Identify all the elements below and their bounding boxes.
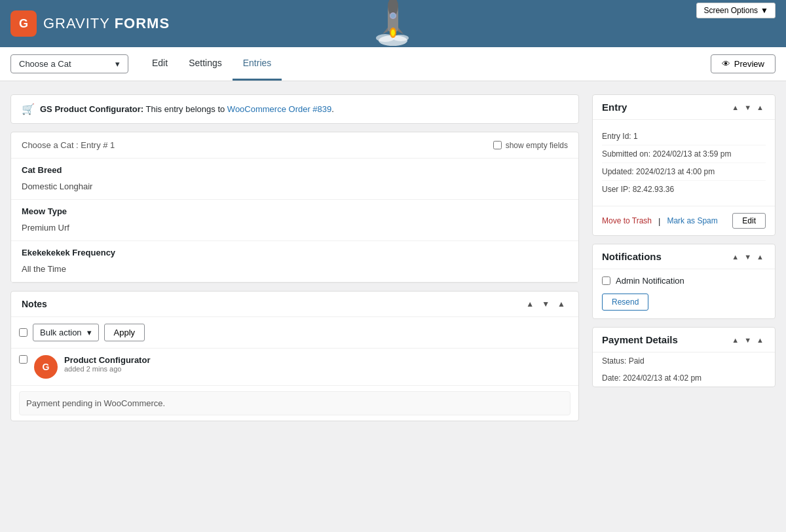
note-text: Payment pending in WooCommerce. xyxy=(19,391,571,415)
admin-notification-checkbox[interactable] xyxy=(602,276,610,285)
show-empty-fields-label[interactable]: show empty fields xyxy=(493,141,568,150)
mark-as-spam-link[interactable]: Mark as Spam xyxy=(667,216,717,225)
payment-sidebar-header: Payment Details ▲ ▼ ▲ xyxy=(593,328,775,352)
notes-toggle-button[interactable]: ▲ xyxy=(555,298,568,310)
notif-collapse-down-button[interactable]: ▼ xyxy=(742,252,753,262)
entry-sidebar-header: Entry ▲ ▼ ▲ xyxy=(593,95,775,120)
entry-updated-row: Updated: 2024/02/13 at 4:00 pm xyxy=(602,163,766,181)
note-author: Product Configurator xyxy=(64,355,150,365)
entry-ip-row: User IP: 82.42.93.36 xyxy=(602,181,766,198)
nav-link-edit[interactable]: Edit xyxy=(141,47,178,81)
note-checkbox[interactable] xyxy=(19,355,28,364)
entry-collapse-up-button[interactable]: ▲ xyxy=(730,102,741,113)
payment-collapse-up-button[interactable]: ▲ xyxy=(730,335,741,345)
show-empty-fields-checkbox[interactable] xyxy=(493,141,502,149)
move-to-trash-link[interactable]: Move to Trash xyxy=(602,216,652,225)
entry-actions: Move to Trash | Mark as Spam Edit xyxy=(593,206,775,235)
field-label-meow-type: Meow Type xyxy=(11,200,578,220)
gravity-forms-logo-icon: G xyxy=(10,10,37,37)
payment-sidebar-card: Payment Details ▲ ▼ ▲ Status: Paid Date:… xyxy=(592,327,776,387)
notif-toggle-button[interactable]: ▲ xyxy=(755,252,766,262)
preview-button[interactable]: 👁 Preview xyxy=(711,54,776,73)
resend-button[interactable]: Resend xyxy=(602,294,648,311)
entry-collapse-down-button[interactable]: ▼ xyxy=(742,102,753,113)
notes-header-controls: ▲ ▼ ▲ xyxy=(523,298,568,310)
screen-options-button[interactable]: Screen Options ▼ xyxy=(696,3,776,18)
logo-area: G GRAVITY FORMS xyxy=(10,10,170,37)
field-label-cat-breed: Cat Breed xyxy=(11,159,578,179)
entry-submitted-row: Submitted on: 2024/02/13 at 3:59 pm xyxy=(602,145,766,163)
notes-collapse-down-button[interactable]: ▼ xyxy=(539,298,552,310)
payment-date-row: Date: 2024/02/13 at 4:02 pm xyxy=(593,370,775,387)
choose-cat-select[interactable]: Choose a Cat ▾ xyxy=(10,54,128,73)
svg-marker-6 xyxy=(398,28,403,34)
entry-sidebar-body: Entry Id: 1 Submitted on: 2024/02/13 at … xyxy=(593,120,775,206)
field-value-freq: All the Time xyxy=(11,261,578,282)
entry-detail-title: Choose a Cat : Entry # 1 xyxy=(22,140,115,150)
entry-edit-button[interactable]: Edit xyxy=(732,213,766,229)
nav-links: Edit Settings Entries xyxy=(141,47,282,81)
top-bar: G GRAVITY FORMS Screen Option xyxy=(0,0,786,47)
payment-toggle-button[interactable]: ▲ xyxy=(755,335,766,345)
nav-link-entries[interactable]: Entries xyxy=(233,47,282,81)
notifications-sidebar-card: Notifications ▲ ▼ ▲ Admin Notification R… xyxy=(592,244,776,319)
payment-collapse-down-button[interactable]: ▼ xyxy=(742,335,753,345)
payment-status-row: Status: Paid xyxy=(593,352,775,370)
woocommerce-order-link[interactable]: WooCommerce Order #839 xyxy=(227,104,331,114)
nav-bar: Choose a Cat ▾ Edit Settings Entries 👁 P… xyxy=(0,47,786,81)
field-section-meow-type: Meow Type Premium Urf xyxy=(11,200,578,241)
cart-icon: 🛒 xyxy=(22,103,35,115)
note-item: G Product Configurator added 2 mins ago xyxy=(11,349,578,386)
right-panel: Entry ▲ ▼ ▲ Entry Id: 1 Submitted on: 20… xyxy=(592,94,776,421)
svg-point-10 xyxy=(391,29,395,36)
notification-item: Admin Notification xyxy=(593,269,775,292)
svg-marker-5 xyxy=(383,28,388,34)
chevron-down-icon: ▾ xyxy=(115,59,120,69)
notifications-sidebar-header: Notifications ▲ ▼ ▲ xyxy=(593,244,775,269)
field-value-cat-breed: Domestic Longhair xyxy=(11,179,578,199)
notes-collapse-up-button[interactable]: ▲ xyxy=(523,298,536,310)
rocket-illustration xyxy=(373,0,413,48)
chevron-down-icon: ▾ xyxy=(87,328,92,337)
eye-icon: 👁 xyxy=(722,59,730,69)
apply-button[interactable]: Apply xyxy=(104,324,145,341)
notes-card: Notes ▲ ▼ ▲ Bulk action ▾ Apply G xyxy=(10,291,579,421)
field-section-freq: Ekekekekek Frequency All the Time xyxy=(11,241,578,282)
note-time: added 2 mins ago xyxy=(64,365,150,373)
field-section-cat-breed: Cat Breed Domestic Longhair xyxy=(11,159,578,200)
note-avatar: G xyxy=(34,355,58,379)
entry-detail-header: Choose a Cat : Entry # 1 show empty fiel… xyxy=(11,132,578,159)
notes-select-all-checkbox[interactable] xyxy=(19,328,28,337)
entry-toggle-button[interactable]: ▲ xyxy=(755,102,766,113)
admin-notification-label: Admin Notification xyxy=(616,276,684,286)
entry-id-row: Entry Id: 1 xyxy=(602,128,766,145)
logo-text: GRAVITY FORMS xyxy=(43,15,170,32)
notif-collapse-up-button[interactable]: ▲ xyxy=(730,252,741,262)
left-panel: 🛒 GS Product Configurator: This entry be… xyxy=(10,94,579,421)
notes-toolbar: Bulk action ▾ Apply xyxy=(11,317,578,349)
nav-link-settings[interactable]: Settings xyxy=(178,47,233,81)
main-content: 🛒 GS Product Configurator: This entry be… xyxy=(0,81,786,434)
field-label-freq: Ekekekekek Frequency xyxy=(11,241,578,261)
bulk-action-select[interactable]: Bulk action ▾ xyxy=(33,324,99,341)
field-value-meow-type: Premium Urf xyxy=(11,220,578,240)
notes-card-header: Notes ▲ ▼ ▲ xyxy=(11,292,578,317)
svg-point-8 xyxy=(391,14,396,18)
info-banner: 🛒 GS Product Configurator: This entry be… xyxy=(10,94,579,124)
entry-sidebar-card: Entry ▲ ▼ ▲ Entry Id: 1 Submitted on: 20… xyxy=(592,94,776,236)
entry-detail-card: Choose a Cat : Entry # 1 show empty fiel… xyxy=(10,132,579,283)
